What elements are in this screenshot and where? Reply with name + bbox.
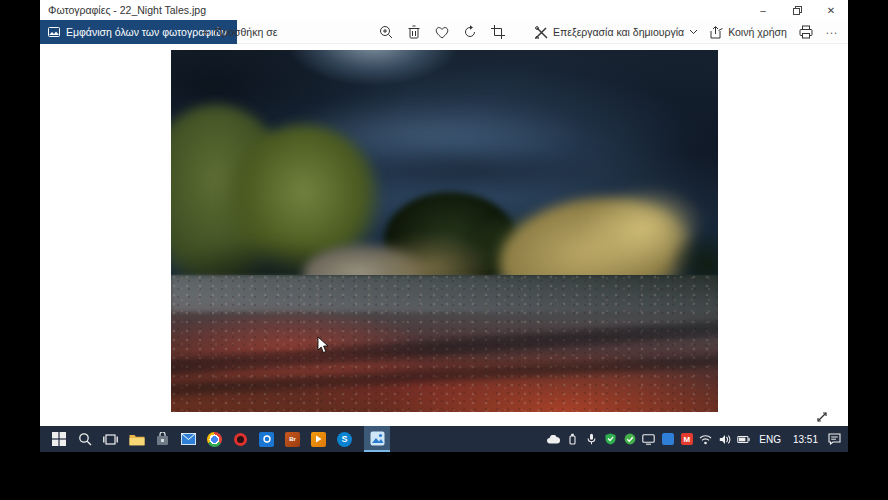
start-button[interactable] xyxy=(50,431,67,448)
search-icon xyxy=(78,432,92,446)
usb-device-tray-button[interactable] xyxy=(566,433,579,446)
share-button[interactable]: Κοινή χρήση xyxy=(710,26,787,39)
edit-create-button[interactable]: Επεξεργασία και δημιουργία xyxy=(535,26,698,39)
media-player-button[interactable] xyxy=(310,431,327,448)
task-view-icon xyxy=(103,433,118,446)
network-tray-button[interactable] xyxy=(699,433,712,446)
add-to-button[interactable]: + Προσθήκη σε xyxy=(192,20,287,44)
cloud-icon xyxy=(547,435,560,444)
chevron-down-icon xyxy=(689,29,698,35)
volume-tray-button[interactable] xyxy=(718,433,731,446)
display-tray-button[interactable] xyxy=(642,433,655,446)
restore-button[interactable] xyxy=(780,0,814,20)
adobe-app-button[interactable]: Br xyxy=(284,431,301,448)
battery-icon xyxy=(737,435,750,444)
action-center-button[interactable] xyxy=(827,433,842,446)
app-blue-tray-button[interactable] xyxy=(661,433,674,446)
edit-create-label: Επεξεργασία και δημιουργία xyxy=(553,26,684,38)
search-button[interactable] xyxy=(76,431,93,448)
stage: Φωτογραφίες - 22_Night Tales.jpg – ✕ xyxy=(0,0,888,500)
gmail-m-icon: M xyxy=(681,433,693,445)
more-button[interactable]: ∙∙∙ xyxy=(826,26,838,38)
task-view-button[interactable] xyxy=(102,431,119,448)
photos-app-button-active[interactable] xyxy=(364,426,390,452)
outlook-button[interactable] xyxy=(258,431,275,448)
zoom-icon xyxy=(379,25,393,39)
clock[interactable]: 13:51 xyxy=(790,434,821,445)
photos-app-window: Φωτογραφίες - 22_Night Tales.jpg – ✕ xyxy=(40,0,848,452)
shield-icon xyxy=(605,433,616,445)
store-button[interactable] xyxy=(154,431,171,448)
onedrive-tray-button[interactable] xyxy=(547,433,560,446)
photos-collection-icon xyxy=(48,26,60,38)
file-explorer-button[interactable] xyxy=(128,431,145,448)
windows-logo-icon xyxy=(52,432,66,446)
app-toolbar: Εμφάνιση όλων των φωτογραφιών + Προσθήκη… xyxy=(40,20,848,44)
toolbar-center-icons xyxy=(378,20,505,44)
heart-icon xyxy=(435,26,449,39)
rotate-icon xyxy=(463,25,477,39)
outlook-icon xyxy=(259,432,274,447)
security-shield-tray-button[interactable] xyxy=(604,433,617,446)
minimize-button[interactable]: – xyxy=(746,0,780,20)
share-icon xyxy=(710,26,723,39)
call-participant-strip: +2 %D0%95%D0%BA%D0%B0%D1%8... xyxy=(0,452,888,500)
adobe-app-icon: Br xyxy=(285,432,300,447)
photo-night-landscape[interactable] xyxy=(171,50,718,412)
print-button[interactable] xyxy=(799,25,814,40)
microphone-tray-button[interactable] xyxy=(585,433,598,446)
favorite-button[interactable] xyxy=(434,25,449,40)
usb-device-icon xyxy=(568,433,577,445)
mail-button[interactable] xyxy=(180,431,197,448)
media-player-icon xyxy=(311,432,326,447)
zoom-button[interactable] xyxy=(378,25,393,40)
toolbar-right-icons: Επεξεργασία και δημιουργία Κοινή χρήση xyxy=(535,20,838,44)
windows-taskbar: Br S xyxy=(40,426,848,452)
skype-icon: S xyxy=(337,432,352,447)
add-to-label: Προσθήκη σε xyxy=(215,26,278,38)
skype-button[interactable]: S xyxy=(336,431,353,448)
mouse-cursor xyxy=(317,336,329,358)
battery-tray-button[interactable] xyxy=(737,433,750,446)
speaker-icon xyxy=(719,434,731,445)
system-tray: M xyxy=(547,426,842,452)
print-icon xyxy=(799,25,813,39)
trash-icon xyxy=(408,25,420,39)
expand-diagonal-icon xyxy=(815,410,829,424)
mail-envelope-icon xyxy=(181,433,196,445)
close-button[interactable]: ✕ xyxy=(814,0,848,20)
action-center-icon xyxy=(828,433,841,445)
language-indicator[interactable]: ENG xyxy=(756,434,784,445)
gmail-tray-button[interactable]: M xyxy=(680,433,693,446)
delete-button[interactable] xyxy=(406,25,421,40)
fullscreen-button[interactable] xyxy=(812,408,832,426)
window-controls: – ✕ xyxy=(746,0,848,20)
rotate-button[interactable] xyxy=(462,25,477,40)
title-bar: Φωτογραφίες - 22_Night Tales.jpg – ✕ xyxy=(40,0,848,20)
edit-create-icon xyxy=(535,26,548,39)
chrome-icon xyxy=(207,432,222,447)
green-check-icon xyxy=(624,433,636,445)
wifi-icon xyxy=(699,434,712,445)
opera-button[interactable] xyxy=(232,431,249,448)
chrome-button[interactable] xyxy=(206,431,223,448)
opera-icon xyxy=(234,433,247,446)
window-title: Φωτογραφίες - 22_Night Tales.jpg xyxy=(48,4,206,16)
microphone-icon xyxy=(587,433,596,445)
monitor-icon xyxy=(642,434,655,445)
folder-icon xyxy=(129,433,145,446)
photos-app-icon xyxy=(370,431,385,446)
store-bag-icon xyxy=(156,432,169,446)
antivirus-status-tray-button[interactable] xyxy=(623,433,636,446)
share-label: Κοινή χρήση xyxy=(728,26,787,38)
blue-app-icon xyxy=(662,433,674,445)
crop-icon xyxy=(491,25,505,39)
restore-icon xyxy=(793,6,802,15)
taskbar-icons: Br S xyxy=(40,426,390,452)
plus-icon: + xyxy=(202,26,210,39)
crop-button[interactable] xyxy=(490,25,505,40)
